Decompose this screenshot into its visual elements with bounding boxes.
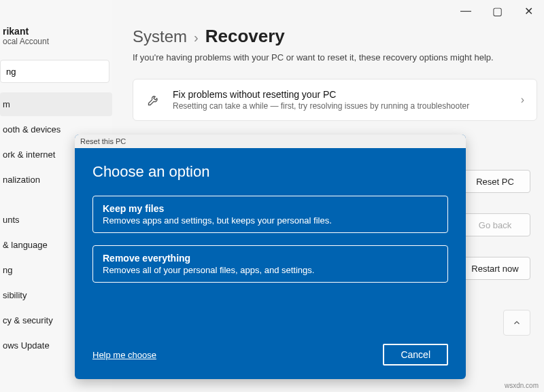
action-buttons-column: Reset PC Go back Restart now [460,170,530,280]
search-input[interactable] [6,67,120,77]
option-keep-files-desc: Removes apps and settings, but keeps you… [103,215,438,226]
cancel-button[interactable]: Cancel [383,344,448,366]
restart-now-button[interactable]: Restart now [460,257,530,280]
reset-pc-dialog: Reset this PC Choose an option Keep my f… [75,135,466,379]
option-remove-everything-title: Remove everything [103,253,438,264]
option-remove-everything[interactable]: Remove everything Removes all of your pe… [92,245,448,283]
help-me-choose-link[interactable]: Help me choose [92,350,156,360]
watermark: wsxdn.com [505,382,539,389]
chevron-right-icon: › [194,30,199,46]
sidebar-item-system[interactable]: m [0,92,112,116]
search-box[interactable] [0,60,109,83]
breadcrumb: System › Recovery [133,26,537,47]
window-controls: — ▢ ✕ [450,0,544,22]
breadcrumb-system[interactable]: System [133,27,187,46]
fix-card-desc: Resetting can take a while — first, try … [173,101,510,111]
wrench-icon [146,93,162,107]
user-account-type: ocal Account [3,37,109,46]
maximize-button[interactable]: ▢ [481,0,513,22]
option-keep-files[interactable]: Keep my files Removes apps and settings,… [92,196,448,233]
reset-pc-button[interactable]: Reset PC [460,170,530,193]
close-button[interactable]: ✕ [513,0,544,22]
expand-toggle[interactable] [503,310,530,336]
page-title: Recovery [205,26,285,47]
page-subtitle: If you're having problems with your PC o… [133,52,537,63]
user-block: rikant ocal Account [0,26,112,54]
minimize-button[interactable]: — [450,0,481,22]
main-content: System › Recovery If you're having probl… [133,26,537,121]
dialog-heading: Choose an option [92,163,448,181]
option-keep-files-title: Keep my files [103,203,438,214]
chevron-right-icon: › [521,94,524,106]
fix-card-title: Fix problems without resetting your PC [173,89,510,100]
go-back-button[interactable]: Go back [460,213,530,236]
dialog-titlebar: Reset this PC [75,135,466,148]
user-name: rikant [3,26,109,37]
chevron-up-icon [512,318,522,327]
fix-problems-card[interactable]: Fix problems without resetting your PC R… [133,79,537,121]
option-remove-everything-desc: Removes all of your personal files, apps… [103,265,438,275]
